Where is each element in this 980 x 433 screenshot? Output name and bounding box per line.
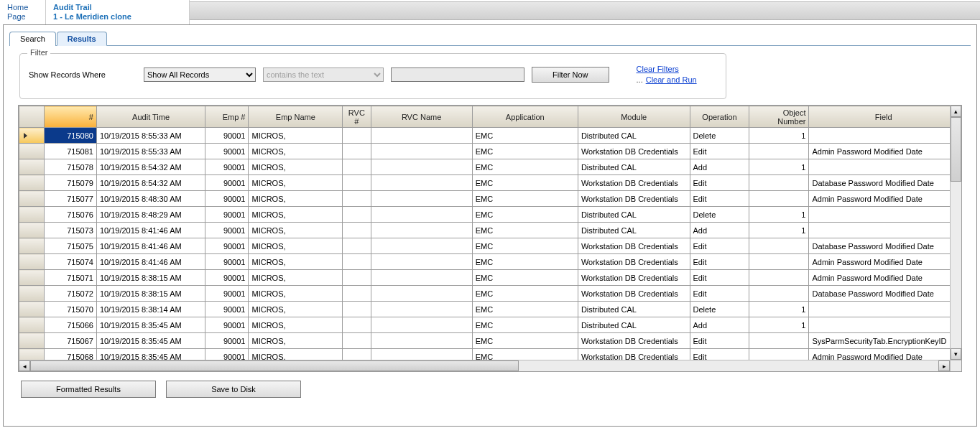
cell-operation[interactable]: Edit [690, 144, 749, 159]
cell-module[interactable]: Distributed CAL [578, 128, 690, 144]
cell-rvc-name[interactable] [371, 175, 472, 191]
cell-rvc-name[interactable] [371, 223, 472, 238]
table-row[interactable]: 71507010/19/2015 8:38:14 AM90001MICROS,E… [19, 302, 951, 317]
save-to-disk-button[interactable]: Save to Disk [166, 381, 301, 398]
cell-object-number[interactable]: 1 [749, 223, 809, 238]
cell-operation[interactable]: Edit [690, 270, 749, 286]
cell-application[interactable]: EMC [472, 270, 578, 286]
cell-rvc-num[interactable] [343, 270, 371, 286]
table-row[interactable]: 71507210/19/2015 8:38:15 AM90001MICROS,E… [19, 286, 951, 302]
cell-application[interactable]: EMC [472, 223, 578, 238]
row-header[interactable] [19, 175, 45, 191]
cell-number[interactable]: 715073 [45, 223, 97, 238]
cell-application[interactable]: EMC [472, 159, 578, 175]
cell-module[interactable]: Workstation DB Credentials [578, 286, 690, 302]
table-row[interactable]: 71506710/19/2015 8:35:45 AM90001MICROS,E… [19, 333, 951, 349]
cell-field[interactable]: Admin Password Modified Date [809, 144, 950, 159]
cell-rvc-name[interactable] [371, 144, 472, 159]
cell-operation[interactable]: Edit [690, 191, 749, 207]
cell-module[interactable]: Workstation DB Credentials [578, 144, 690, 159]
cell-emp-num[interactable]: 90001 [205, 159, 249, 175]
cell-application[interactable]: EMC [472, 254, 578, 270]
cell-number[interactable]: 715080 [45, 128, 97, 144]
cell-emp-num[interactable]: 90001 [205, 128, 249, 144]
cell-module[interactable]: Distributed CAL [578, 223, 690, 238]
cell-field[interactable] [809, 207, 950, 223]
cell-number[interactable]: 715074 [45, 254, 97, 270]
cell-object-number[interactable] [749, 175, 809, 191]
cell-emp-name[interactable]: MICROS, [249, 223, 343, 238]
cell-emp-name[interactable]: MICROS, [249, 286, 343, 302]
cell-rvc-num[interactable] [343, 286, 371, 302]
cell-rvc-num[interactable] [343, 254, 371, 270]
col-field[interactable]: Field [809, 106, 950, 128]
cell-rvc-name[interactable] [371, 191, 472, 207]
cell-object-number[interactable]: 1 [749, 317, 809, 333]
col-rvc-name[interactable]: RVC Name [371, 106, 472, 128]
row-header[interactable] [19, 191, 45, 207]
cell-application[interactable]: EMC [472, 191, 578, 207]
cell-object-number[interactable] [749, 349, 809, 360]
cell-emp-name[interactable]: MICROS, [249, 238, 343, 254]
cell-field[interactable]: Database Password Modified Date [809, 175, 950, 191]
table-row[interactable]: 71507410/19/2015 8:41:46 AM90001MICROS,E… [19, 254, 951, 270]
cell-object-number[interactable] [749, 144, 809, 159]
cell-object-number[interactable]: 1 [749, 302, 809, 317]
cell-module[interactable]: Workstation DB Credentials [578, 175, 690, 191]
cell-audit-time[interactable]: 10/19/2015 8:35:45 AM [96, 333, 205, 349]
row-header[interactable] [19, 333, 45, 349]
vertical-scrollbar[interactable]: ▴ ▾ [950, 106, 961, 360]
cell-rvc-name[interactable] [371, 302, 472, 317]
cell-audit-time[interactable]: 10/19/2015 8:38:14 AM [96, 302, 205, 317]
cell-emp-name[interactable]: MICROS, [249, 191, 343, 207]
cell-emp-num[interactable]: 90001 [205, 207, 249, 223]
cell-rvc-name[interactable] [371, 286, 472, 302]
cell-module[interactable]: Distributed CAL [578, 302, 690, 317]
cell-emp-num[interactable]: 90001 [205, 144, 249, 159]
cell-field[interactable] [809, 302, 950, 317]
cell-rvc-name[interactable] [371, 317, 472, 333]
cell-object-number[interactable]: 1 [749, 159, 809, 175]
cell-object-number[interactable] [749, 191, 809, 207]
cell-field[interactable] [809, 159, 950, 175]
cell-rvc-name[interactable] [371, 159, 472, 175]
cell-rvc-num[interactable] [343, 144, 371, 159]
scroll-left-icon[interactable]: ◂ [19, 360, 30, 371]
cell-field[interactable]: Admin Password Modified Date [809, 191, 950, 207]
cell-number[interactable]: 715068 [45, 349, 97, 360]
cell-number[interactable]: 715078 [45, 159, 97, 175]
cell-emp-num[interactable]: 90001 [205, 223, 249, 238]
cell-audit-time[interactable]: 10/19/2015 8:41:46 AM [96, 254, 205, 270]
cell-object-number[interactable] [749, 254, 809, 270]
cell-rvc-num[interactable] [343, 207, 371, 223]
table-row[interactable]: 71506810/19/2015 8:35:45 AM90001MICROS,E… [19, 349, 951, 360]
cell-rvc-num[interactable] [343, 191, 371, 207]
cell-operation[interactable]: Edit [690, 254, 749, 270]
col-object-number[interactable]: Object Number [749, 106, 809, 128]
cell-operation[interactable]: Edit [690, 349, 749, 360]
cell-field[interactable]: Database Password Modified Date [809, 238, 950, 254]
cell-rvc-num[interactable] [343, 302, 371, 317]
cell-emp-num[interactable]: 90001 [205, 238, 249, 254]
tab-home-page[interactable]: Home Page [0, 0, 46, 24]
horizontal-scrollbar[interactable]: ◂ ▸ [19, 360, 950, 371]
cell-emp-name[interactable]: MICROS, [249, 207, 343, 223]
cell-emp-name[interactable]: MICROS, [249, 270, 343, 286]
cell-emp-num[interactable]: 90001 [205, 302, 249, 317]
cell-emp-name[interactable]: MICROS, [249, 175, 343, 191]
cell-operation[interactable]: Edit [690, 286, 749, 302]
cell-emp-name[interactable]: MICROS, [249, 159, 343, 175]
cell-module[interactable]: Workstation DB Credentials [578, 270, 690, 286]
cell-rvc-num[interactable] [343, 223, 371, 238]
filter-field-select[interactable]: Show All Records [144, 67, 256, 82]
cell-number[interactable]: 715067 [45, 333, 97, 349]
cell-module[interactable]: Distributed CAL [578, 159, 690, 175]
cell-audit-time[interactable]: 10/19/2015 8:55:33 AM [96, 128, 205, 144]
cell-object-number[interactable]: 1 [749, 207, 809, 223]
cell-operation[interactable]: Add [690, 223, 749, 238]
cell-emp-num[interactable]: 90001 [205, 191, 249, 207]
cell-field[interactable] [809, 317, 950, 333]
cell-application[interactable]: EMC [472, 333, 578, 349]
cell-rvc-name[interactable] [371, 270, 472, 286]
cell-application[interactable]: EMC [472, 144, 578, 159]
